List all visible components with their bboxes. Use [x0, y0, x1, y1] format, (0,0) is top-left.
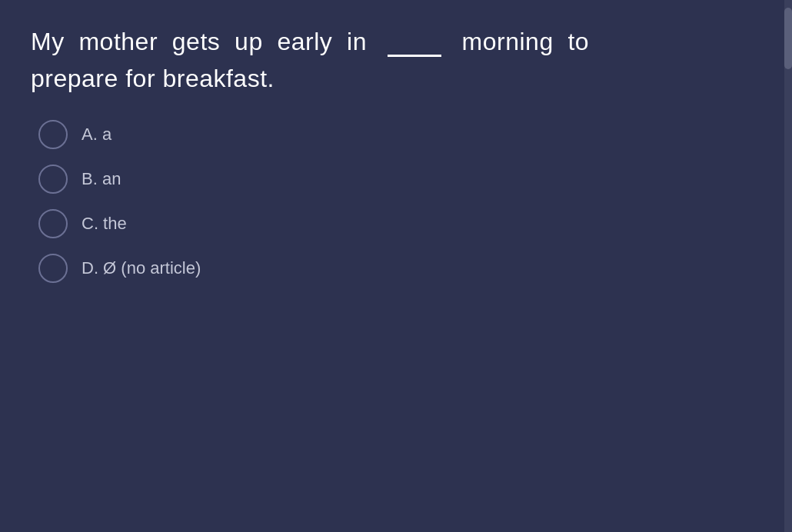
- option-c[interactable]: C. the: [38, 209, 761, 238]
- scrollbar-thumb[interactable]: [784, 8, 792, 69]
- question-container: My mother gets up early in morning to pr…: [31, 23, 761, 283]
- option-c-label: C. the: [82, 214, 127, 234]
- option-b[interactable]: B. an: [38, 165, 761, 194]
- option-d-label: D. Ø (no article): [82, 258, 201, 278]
- radio-d[interactable]: [38, 254, 68, 283]
- radio-c[interactable]: [38, 209, 68, 238]
- options-list: A. a B. an C. the D. Ø (no article): [31, 120, 761, 283]
- question-text-line1: My mother gets up early in morning to: [31, 28, 589, 55]
- option-a[interactable]: A. a: [38, 120, 761, 149]
- question-text: My mother gets up early in morning to pr…: [31, 23, 761, 97]
- option-a-label: A. a: [82, 125, 111, 145]
- radio-a[interactable]: [38, 120, 68, 149]
- option-b-label: B. an: [82, 169, 121, 189]
- question-text-line2: prepare for breakfast.: [31, 65, 275, 92]
- radio-b[interactable]: [38, 165, 68, 194]
- answer-blank: [388, 55, 441, 57]
- scrollbar[interactable]: [784, 0, 792, 532]
- option-d[interactable]: D. Ø (no article): [38, 254, 761, 283]
